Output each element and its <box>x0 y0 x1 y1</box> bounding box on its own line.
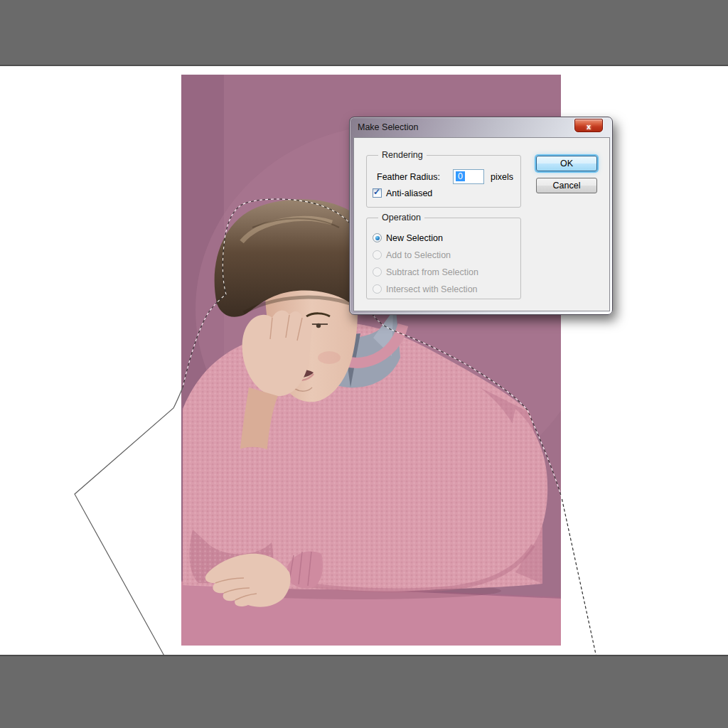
rendering-group: Rendering Feather Radius: 0 pixels ✓ Ant… <box>366 155 521 208</box>
anti-aliased-label: Anti-aliased <box>386 188 432 198</box>
feather-radius-label: Feather Radius: <box>377 170 440 184</box>
close-icon: x <box>587 122 591 131</box>
make-selection-dialog: Make Selection x Rendering Feather Radiu… <box>349 117 613 315</box>
check-icon: ✓ <box>373 187 380 197</box>
operation-group: Operation New Selection Add to Selection… <box>366 218 521 299</box>
pasteboard-bottom <box>0 655 728 728</box>
feather-radius-input[interactable]: 0 <box>453 169 484 184</box>
rendering-group-label: Rendering <box>378 150 427 160</box>
ok-button[interactable]: OK <box>536 156 597 171</box>
radio-button-icon <box>373 250 382 259</box>
dialog-body: Rendering Feather Radius: 0 pixels ✓ Ant… <box>353 137 610 311</box>
pasteboard-top <box>0 0 728 66</box>
radio-button-icon <box>373 233 382 242</box>
dialog-title: Make Selection <box>358 122 418 132</box>
radio-button-icon <box>373 267 382 277</box>
dialog-titlebar[interactable]: Make Selection x <box>350 117 612 137</box>
feather-radius-value: 0 <box>456 171 465 181</box>
cancel-button[interactable]: Cancel <box>536 178 597 193</box>
feather-radius-unit: pixels <box>491 170 513 184</box>
close-button[interactable]: x <box>574 119 603 132</box>
photoshop-workspace: Make Selection x Rendering Feather Radiu… <box>0 0 728 728</box>
anti-aliased-checkbox[interactable]: ✓ <box>373 188 382 198</box>
radio-button-icon <box>373 284 382 294</box>
operation-group-label: Operation <box>378 213 424 223</box>
